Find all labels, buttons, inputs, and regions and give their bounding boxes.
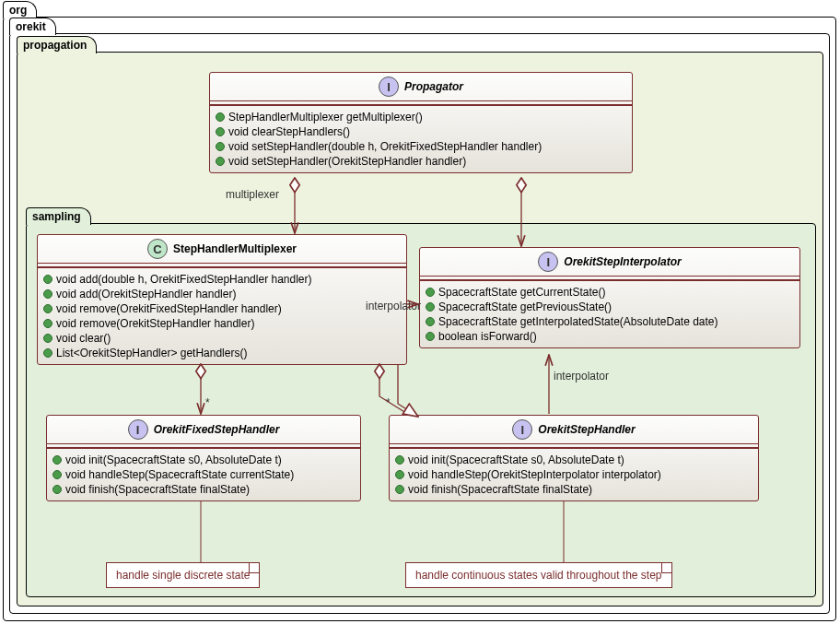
method: void clearStepHandlers() <box>228 125 350 138</box>
method: boolean isForward() <box>438 330 537 343</box>
label-star-2: * <box>386 396 391 409</box>
method: void setStepHandler(OrekitStepHandler ha… <box>228 155 466 168</box>
class-propagator-header: I Propagator <box>210 73 632 101</box>
package-sampling-tab: sampling <box>26 207 91 225</box>
class-header: I OrekitStepHandler <box>390 416 758 444</box>
method: void add(double h, OrekitFixedStepHandle… <box>56 273 312 286</box>
class-orekitstepinterpolator: I OrekitStepInterpolator SpacecraftState… <box>419 247 800 348</box>
method: void init(SpacecraftState s0, AbsoluteDa… <box>408 453 624 466</box>
class-orekitfixedstephandler: I OrekitFixedStepHandler void init(Space… <box>46 415 361 501</box>
class-propagator-body: StepHandlerMultiplexer getMultiplexer() … <box>210 105 632 172</box>
method: void init(SpacecraftState s0, AbsoluteDa… <box>65 453 282 466</box>
class-orekitstephandler: I OrekitStepHandler void init(Spacecraft… <box>389 415 759 501</box>
class-body: void init(SpacecraftState s0, AbsoluteDa… <box>390 448 758 500</box>
class-icon: C <box>147 239 168 259</box>
method: SpacecraftState getPreviousState() <box>438 300 612 313</box>
class-propagator: I Propagator StepHandlerMultiplexer getM… <box>209 72 633 173</box>
class-name: OrekitStepHandler <box>538 423 635 436</box>
method: void setStepHandler(double h, OrekitFixe… <box>228 140 542 153</box>
interface-icon: I <box>512 419 532 440</box>
class-body: SpacecraftState getCurrentState() Spacec… <box>420 280 799 347</box>
method: void handleStep(SpacecraftState currentS… <box>65 468 294 481</box>
class-name: Propagator <box>404 80 463 93</box>
method: void clear() <box>56 332 111 345</box>
package-propagation-tab: propagation <box>17 36 97 53</box>
interface-icon: I <box>128 419 148 440</box>
class-body: void add(double h, OrekitFixedStepHandle… <box>38 267 406 364</box>
class-header: C StepHandlerMultiplexer <box>38 235 406 264</box>
package-orekit-tab: orekit <box>9 18 56 35</box>
class-stephandlermultiplexer: C StepHandlerMultiplexer void add(double… <box>37 234 407 365</box>
note-step: handle continuous states valid throughou… <box>405 562 672 588</box>
method: void add(OrekitStepHandler handler) <box>56 288 236 300</box>
class-name: StepHandlerMultiplexer <box>173 242 297 255</box>
method: SpacecraftState getInterpolatedState(Abs… <box>438 315 718 328</box>
class-body: void init(SpacecraftState s0, AbsoluteDa… <box>47 448 360 500</box>
method: void remove(OrekitFixedStepHandler handl… <box>56 302 282 315</box>
method: void remove(OrekitStepHandler handler) <box>56 317 254 330</box>
label-interpolator-1: interpolator <box>366 300 421 312</box>
method: void finish(SpacecraftState finalState) <box>65 483 250 496</box>
interface-icon: I <box>538 252 558 272</box>
method: StepHandlerMultiplexer getMultiplexer() <box>228 111 423 124</box>
class-header: I OrekitStepInterpolator <box>420 248 799 277</box>
class-name: OrekitStepInterpolator <box>564 255 681 268</box>
interface-icon: I <box>379 77 399 97</box>
label-multiplexer: multiplexer <box>226 188 279 201</box>
label-star-1: * <box>205 396 210 409</box>
class-name: OrekitFixedStepHandler <box>154 423 280 436</box>
method: List<OrekitStepHandler> getHandlers() <box>56 347 247 359</box>
note-fixed: handle single discrete state <box>106 562 260 588</box>
package-org-tab: org <box>3 1 37 18</box>
label-interpolator-2: interpolator <box>554 370 609 383</box>
method: void handleStep(OrekitStepInterpolator i… <box>408 468 661 481</box>
method: SpacecraftState getCurrentState() <box>438 286 605 299</box>
method: void finish(SpacecraftState finalState) <box>408 483 592 496</box>
class-header: I OrekitFixedStepHandler <box>47 416 360 444</box>
